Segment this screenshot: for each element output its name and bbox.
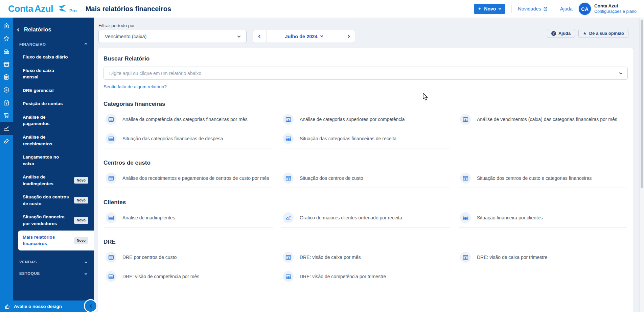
report-item-analise-de-vencimentos-caixa-das-categorias-financeiras-por-mes[interactable]: Análise de vencimentos (caixa) das categ… — [459, 110, 627, 129]
report-search-combobox[interactable]: Digite aqui ou clique em um relatório ab… — [104, 67, 628, 80]
sidebar-item-analise-de-recebimentos[interactable]: Análise de recebimentos — [13, 130, 94, 150]
store-icon[interactable] — [0, 58, 13, 71]
thumbs-up-icon — [5, 304, 10, 309]
novo-button[interactable]: + Novo — [474, 4, 505, 14]
sidebar-item-mais-relatorios-financeiros[interactable]: Mais relatórios financeirosNovo — [18, 231, 94, 250]
previous-period-button[interactable] — [253, 30, 267, 43]
section-dre: DREDRE por centros de custoDRE: visão de… — [104, 239, 628, 286]
conta-azul-logo[interactable]: Conta Azul Pro — [8, 4, 77, 14]
star-icon: ★ — [583, 31, 587, 35]
table-report-icon — [283, 271, 294, 282]
help-button[interactable]: ? Ajuda — [547, 29, 575, 38]
report-item-label: Situação dos centros de custo — [300, 175, 363, 181]
plus-icon: + — [478, 6, 481, 11]
novo-badge: Novo — [74, 197, 88, 203]
sidebar-item-label: Posição de contas — [23, 100, 63, 107]
account-settings-link[interactable]: Configurações e plano — [594, 9, 637, 15]
section-title: DRE — [104, 239, 628, 245]
report-item-situacao-dos-centros-de-custo[interactable]: Situação dos centros de custo — [281, 169, 450, 188]
scrollbar-thumb[interactable] — [641, 20, 643, 188]
novidades-link[interactable]: Novidades — [518, 6, 548, 11]
sidebar-item-dre-gerencial[interactable]: DRE gerencial — [13, 84, 94, 97]
period-navigator: Julho de 2024 — [253, 30, 355, 43]
report-item-situacao-das-categorias-financeiras-de-despesa[interactable]: Situação das categorias financeiras de d… — [104, 129, 273, 148]
chevron-down-icon — [237, 34, 241, 38]
sidebar-group-financeiro[interactable]: FINANCEIRO — [13, 40, 94, 49]
sidebar-item-analise-de-pagamentos[interactable]: Análise de pagamentos — [13, 111, 94, 130]
sidebar-group-vendas[interactable]: VENDAS — [13, 257, 94, 267]
report-item-analise-da-competencia-das-categorias-financeiras-por-mes[interactable]: Análise da competência das categorias fi… — [104, 110, 273, 129]
chevron-down-icon — [85, 272, 87, 274]
sidebar-item-analise-de-inadimplentes[interactable]: Análise de inadimplentesNovo — [13, 170, 94, 190]
report-item-situacao-das-categorias-financeiras-de-receita[interactable]: Situação das categorias financeiras de r… — [281, 129, 450, 148]
sidebar-item-label: Fluxo de caixa diário — [23, 54, 68, 61]
sidebar-item-situacao-financeira-por-vendedores[interactable]: Situação financeira por vendedoresNovo — [13, 210, 94, 230]
report-item-dre-visao-de-competencia-por-mes[interactable]: DRE: visão de competência por mês — [104, 267, 273, 286]
table-report-icon — [283, 252, 294, 263]
report-grid: Análise de inadimplentesGráfico de maior… — [104, 208, 628, 227]
calendar-money-icon[interactable]: $ — [0, 96, 13, 109]
sidebar-item-situacao-dos-centros-de-custo[interactable]: Situação dos centros de custoNovo — [13, 190, 94, 210]
star-icon[interactable] — [0, 32, 13, 45]
link-icon[interactable] — [0, 135, 13, 148]
design-feedback-bar[interactable]: Avalie o nosso design — [0, 301, 94, 312]
sidebar-item-fluxo-de-caixa-diario[interactable]: Fluxo de caixa diário — [13, 50, 94, 64]
report-item-dre-visao-de-competencia-por-trimestre[interactable]: DRE: visão de competência por trimestre — [281, 267, 450, 286]
cash-register-icon[interactable] — [0, 45, 13, 58]
report-item-label: DRE: visão de competência por mês — [122, 273, 199, 280]
report-sections: Categorias financeirasAnálise da competê… — [104, 101, 628, 286]
chevron-down-icon[interactable] — [619, 71, 623, 74]
report-grid: Análise dos recebimentos e pagamentos de… — [104, 169, 628, 188]
chevron-down-icon — [85, 260, 87, 263]
section-centros-de-custo: Centros de custoAnálise dos recebimentos… — [104, 160, 628, 188]
report-item-situacao-dos-centros-de-custo-e-categorias-financeiras[interactable]: Situação dos centros de custo e categori… — [459, 169, 627, 188]
report-item-dre-visao-de-caixa-por-mes[interactable]: DRE: visão de caixa por mês — [281, 248, 450, 267]
report-grid: Análise da competência das categorias fi… — [104, 110, 628, 148]
report-item-analise-de-categorias-superiores-por-competencia[interactable]: Análise de categorias superiores por com… — [281, 110, 450, 129]
missing-report-link[interactable]: Sentiu falta de algum relatório? — [104, 84, 167, 89]
home-icon[interactable] — [0, 19, 13, 32]
pro-badge: Pro — [69, 8, 77, 13]
ajuda-link[interactable]: Ajuda — [560, 6, 573, 11]
avatar[interactable]: CA — [579, 3, 591, 15]
account-menu[interactable]: CA Conta Azul Configurações e plano — [579, 3, 637, 15]
table-report-icon — [106, 114, 116, 125]
filter-period-select[interactable]: Vencimento (caixa) — [98, 30, 247, 43]
report-item-analise-de-inadimplentes[interactable]: Análise de inadimplentes — [104, 208, 273, 227]
sidebar-item-label: Situação financeira por vendedores — [23, 214, 69, 227]
chevron-right-icon — [346, 35, 350, 38]
report-item-label: DRE: visão de caixa por mês — [300, 254, 361, 260]
report-item-label: Situação financeira por clientes — [477, 215, 543, 221]
report-item-label: DRE por centros de custo — [122, 254, 177, 260]
clipboard-icon[interactable] — [0, 71, 13, 83]
report-item-analise-dos-recebimentos-e-pagamentos-de-centros-de-custo-por-mes[interactable]: Análise dos recebimentos e pagamentos de… — [104, 169, 273, 188]
sidebar-collapse-button[interactable] — [84, 299, 97, 312]
account-name: Conta Azul — [594, 3, 637, 9]
feedback-button[interactable]: ★ Dê a sua opinião — [578, 29, 628, 38]
period-dropdown[interactable]: Julho de 2024 — [267, 30, 341, 43]
novo-badge: Novo — [74, 177, 88, 184]
sidebar-back-header[interactable]: Relatórios — [13, 18, 94, 40]
report-item-dre-visao-de-caixa-por-trimestre[interactable]: DRE: visão de caixa por trimestre — [459, 248, 627, 267]
report-item-grafico-de-maiores-clientes-ordenado-por-receita[interactable]: Gráfico de maiores clientes ordenado por… — [281, 208, 450, 227]
sidebar-item-label: Fluxo de caixa mensal — [23, 67, 69, 80]
sidebar-item-lancamentos-no-caixa[interactable]: Lançamentos no caixa — [13, 150, 94, 170]
sidebar-item-posicao-de-contas[interactable]: Posição de contas — [13, 97, 94, 111]
chevron-up-icon — [85, 43, 87, 46]
sidebar-group-estoque[interactable]: ESTOQUE — [13, 269, 94, 278]
page-actions: ? Ajuda ★ Dê a sua opinião — [547, 29, 628, 38]
report-item-dre-por-centros-de-custo[interactable]: DRE por centros de custo — [104, 248, 273, 267]
sidebar-item-fluxo-de-caixa-mensal[interactable]: Fluxo de caixa mensal — [13, 64, 94, 84]
report-item-situacao-financeira-por-clientes[interactable]: Situação financeira por clientes — [459, 208, 627, 227]
search-placeholder: Digite aqui ou clique em um relatório ab… — [109, 71, 201, 76]
next-period-button[interactable] — [341, 30, 355, 43]
page-title: Mais relatórios financeiros — [86, 5, 171, 13]
delivery-cart-icon[interactable] — [0, 109, 13, 122]
line-chart-icon[interactable] — [0, 122, 13, 135]
conta-azul-mark-icon — [57, 5, 67, 13]
chevron-down-icon — [499, 7, 501, 9]
table-report-icon — [106, 173, 116, 184]
sidebar-item-label: Análise de pagamentos — [23, 114, 69, 127]
coin-icon[interactable]: $ — [0, 83, 13, 96]
sidebar-financeiro-items: Fluxo de caixa diárioFluxo de caixa mens… — [13, 49, 94, 250]
